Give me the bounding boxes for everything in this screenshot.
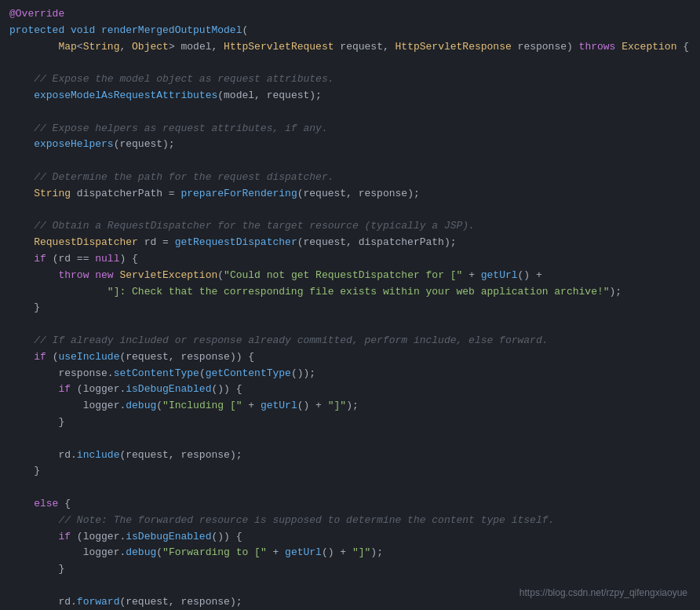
code-line: // Expose helpers as request attributes,… xyxy=(0,121,700,137)
code-line: if (logger.isDebugEnabled()) { xyxy=(0,382,700,398)
code-line: logger.debug("Forwarding to [" + getUrl(… xyxy=(0,545,700,561)
code-line xyxy=(0,153,700,170)
code-block: @Overrideprotected void renderMergedOutp… xyxy=(0,6,700,610)
code-line: } xyxy=(0,463,700,480)
code-line: // Determine the path for the request di… xyxy=(0,170,700,186)
code-line: @Override xyxy=(0,6,700,23)
code-line: exposeModelAsRequestAttributes(model, re… xyxy=(0,88,700,104)
code-line: throw new ServletException("Could not ge… xyxy=(0,268,700,284)
code-line: else { xyxy=(0,496,700,513)
code-line: protected void renderMergedOutputModel( xyxy=(0,23,700,39)
code-line xyxy=(0,104,700,121)
code-line: if (rd == null) { xyxy=(0,251,700,268)
code-line: rd.include(request, response); xyxy=(0,447,700,464)
code-line: // Obtain a RequestDispatcher for the ta… xyxy=(0,218,700,235)
code-line: } xyxy=(0,561,700,578)
code-line xyxy=(0,431,700,447)
code-line: // Note: The forwarded resource is suppo… xyxy=(0,513,700,529)
code-line: } xyxy=(0,415,700,431)
code-line: // Expose the model object as request at… xyxy=(0,71,700,88)
code-line xyxy=(0,316,700,333)
code-line: Map<String, Object> model, HttpServletRe… xyxy=(0,39,700,56)
code-line: } xyxy=(0,300,700,316)
code-line xyxy=(0,203,700,219)
code-line: String dispatcherPath = prepareForRender… xyxy=(0,186,700,203)
code-line: if (useInclude(request, response)) { xyxy=(0,349,700,366)
code-editor: @Overrideprotected void renderMergedOutp… xyxy=(0,0,700,610)
code-line xyxy=(0,480,700,496)
code-line: logger.debug("Including [" + getUrl() + … xyxy=(0,398,700,415)
code-line: RequestDispatcher rd = getRequestDispatc… xyxy=(0,235,700,251)
code-line: if (logger.isDebugEnabled()) { xyxy=(0,529,700,546)
code-line: "]: Check that the corresponding file ex… xyxy=(0,284,700,301)
code-line: exposeHelpers(request); xyxy=(0,137,700,153)
code-line xyxy=(0,55,700,71)
watermark: https://blog.csdn.net/rzpy_qifengxiaoyue xyxy=(520,586,687,601)
code-line: // If already included or response alrea… xyxy=(0,333,700,349)
code-line: response.setContentType(getContentType()… xyxy=(0,366,700,382)
